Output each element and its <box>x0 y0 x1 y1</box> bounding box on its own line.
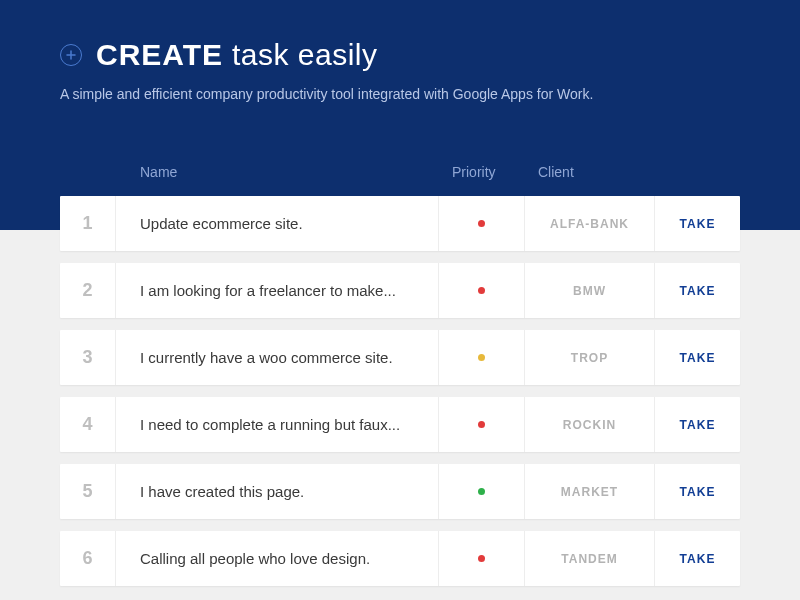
priority-dot-icon <box>478 555 485 562</box>
table-row: 1Update ecommerce site.ALFA-BANKTAKE <box>60 196 740 251</box>
take-button[interactable]: TAKE <box>654 196 740 251</box>
client-name: BMW <box>524 263 654 318</box>
client-name: ROCKIN <box>524 397 654 452</box>
table-row: 3I currently have a woo commerce site.TR… <box>60 330 740 385</box>
task-name: I am looking for a freelancer to make... <box>116 282 438 299</box>
hero-title-bold: CREATE <box>96 38 223 71</box>
take-button[interactable]: TAKE <box>654 464 740 519</box>
row-number: 6 <box>60 531 116 586</box>
task-name: I need to complete a running but faux... <box>116 416 438 433</box>
table-row: 6Calling all people who love design.TAND… <box>60 531 740 586</box>
task-name: Calling all people who love design. <box>116 550 438 567</box>
priority-dot-icon <box>478 421 485 428</box>
take-button[interactable]: TAKE <box>654 330 740 385</box>
column-header-name: Name <box>116 164 438 180</box>
hero-banner: CREATE task easily A simple and efficien… <box>0 0 800 230</box>
priority-cell <box>438 330 524 385</box>
client-name: MARKET <box>524 464 654 519</box>
take-button[interactable]: TAKE <box>654 397 740 452</box>
task-name: Update ecommerce site. <box>116 215 438 232</box>
hero-subtitle: A simple and efficient company productiv… <box>60 86 740 102</box>
priority-dot-icon <box>478 354 485 361</box>
table-header: Name Priority Client <box>60 164 740 196</box>
table-row: 2I am looking for a freelancer to make..… <box>60 263 740 318</box>
client-name: ALFA-BANK <box>524 196 654 251</box>
priority-dot-icon <box>478 220 485 227</box>
task-table: Name Priority Client 1Update ecommerce s… <box>60 164 740 598</box>
task-name: I currently have a woo commerce site. <box>116 349 438 366</box>
take-button[interactable]: TAKE <box>654 263 740 318</box>
table-row: 5I have created this page.MARKETTAKE <box>60 464 740 519</box>
priority-cell <box>438 196 524 251</box>
table-row: 4I need to complete a running but faux..… <box>60 397 740 452</box>
hero-title-light: task easily <box>232 38 378 71</box>
row-number: 5 <box>60 464 116 519</box>
plus-circle-icon[interactable] <box>60 44 82 66</box>
hero-title: CREATE task easily <box>96 38 378 72</box>
row-number: 1 <box>60 196 116 251</box>
priority-dot-icon <box>478 488 485 495</box>
row-number: 2 <box>60 263 116 318</box>
column-header-client: Client <box>524 164 654 180</box>
priority-cell <box>438 397 524 452</box>
priority-cell <box>438 531 524 586</box>
priority-cell <box>438 263 524 318</box>
priority-dot-icon <box>478 287 485 294</box>
row-number: 3 <box>60 330 116 385</box>
priority-cell <box>438 464 524 519</box>
column-header-priority: Priority <box>438 164 524 180</box>
client-name: TROP <box>524 330 654 385</box>
take-button[interactable]: TAKE <box>654 531 740 586</box>
row-number: 4 <box>60 397 116 452</box>
task-name: I have created this page. <box>116 483 438 500</box>
client-name: TANDEM <box>524 531 654 586</box>
